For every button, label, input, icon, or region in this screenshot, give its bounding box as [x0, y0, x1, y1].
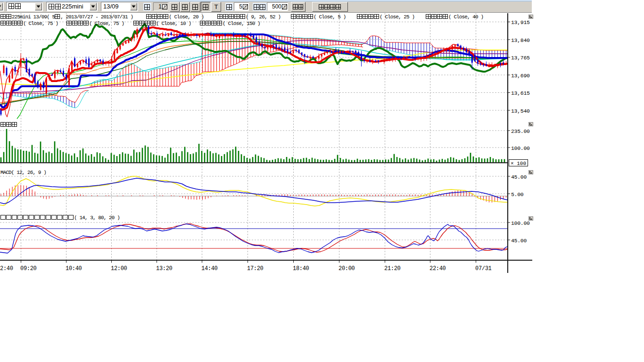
svg-text:( Close, 25 ): ( Close, 25 ) [380, 14, 414, 20]
svg-text:13,915: 13,915 [511, 19, 530, 25]
svg-text:× 100: × 100 [511, 161, 526, 166]
svg-text:( Close, 75 ): ( Close, 75 ) [89, 21, 124, 26]
svg-text:45.00: 45.00 [511, 174, 527, 180]
svg-text:( Close, 40 ): ( Close, 40 ) [448, 14, 483, 20]
svg-text:18:40: 18:40 [293, 265, 309, 272]
svg-text:17:20: 17:20 [247, 265, 264, 272]
svg-text:( 14, 3, 80, 20 ): ( 14, 3, 80, 20 ) [74, 215, 120, 221]
svg-text:225mini 13/09( 5: 225mini 13/09( 5 [12, 14, 55, 20]
svg-text:100.00: 100.00 [511, 145, 530, 151]
svg-text:( Close, 10 ): ( Close, 10 ) [156, 21, 191, 26]
svg-text:13,840: 13,840 [511, 37, 530, 43]
svg-text:( Close, 5 ): ( Close, 5 ) [314, 14, 346, 20]
svg-text:235.00: 235.00 [511, 128, 530, 134]
svg-text:10:40: 10:40 [66, 265, 82, 272]
svg-text:22:40: 22:40 [429, 265, 446, 272]
svg-text:13,615: 13,615 [511, 90, 530, 96]
svg-text:( 9, 26, 52 ): ( 9, 26, 52 ) [246, 14, 281, 20]
svg-text:12:00: 12:00 [111, 265, 127, 272]
svg-text:, 2013/07/27 - 2013/07/31 ): , 2013/07/27 - 2013/07/31 ) [60, 14, 133, 20]
svg-text:07/31: 07/31 [475, 265, 492, 272]
svg-text:13,690: 13,690 [511, 73, 530, 79]
svg-text:5.00: 5.00 [511, 191, 524, 197]
svg-text:13,540: 13,540 [511, 108, 530, 114]
svg-text:09:20: 09:20 [20, 265, 37, 272]
svg-text:14:40: 14:40 [201, 265, 218, 272]
svg-text:( Close, 150 ): ( Close, 150 ) [223, 21, 260, 26]
svg-text:100.00: 100.00 [511, 220, 530, 226]
svg-text:13,765: 13,765 [511, 55, 530, 61]
svg-text:( Close, 75 ): ( Close, 75 ) [23, 21, 58, 26]
svg-text:20:00: 20:00 [339, 265, 355, 272]
svg-text:MACD( 12, 26, 9 ): MACD( 12, 26, 9 ) [0, 170, 46, 175]
svg-text:2:40: 2:40 [0, 265, 13, 272]
svg-text:13:20: 13:20 [156, 265, 173, 272]
svg-text:( Close, 20 ): ( Close, 20 ) [169, 14, 204, 20]
svg-text:45.00: 45.00 [511, 238, 527, 244]
svg-text:21:20: 21:20 [384, 265, 401, 272]
